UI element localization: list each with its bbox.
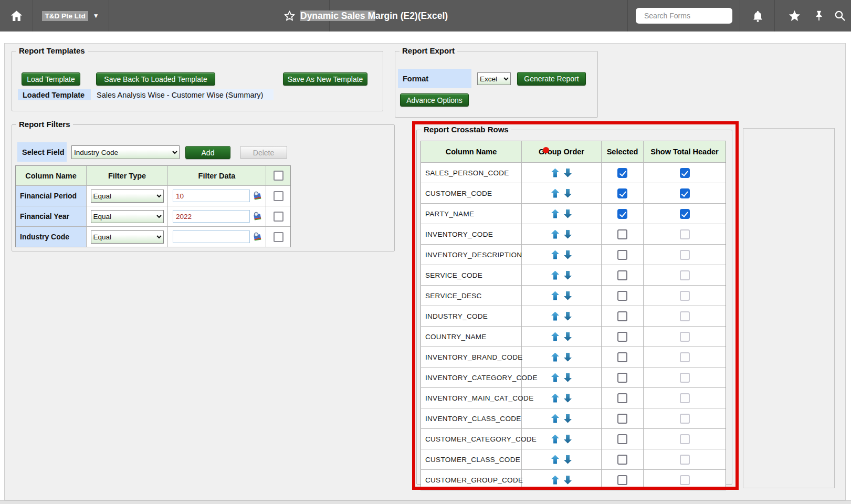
filter-type-dropdown[interactable]: Equal [91, 190, 164, 203]
show-total-header-checkbox[interactable] [680, 291, 690, 301]
lookup-icon[interactable] [252, 191, 262, 201]
show-total-header-checkbox[interactable] [680, 393, 690, 403]
favorite-star-outline-icon[interactable] [283, 10, 296, 22]
load-template-button[interactable]: Load Template [22, 72, 80, 86]
show-total-header-checkbox[interactable] [680, 475, 690, 485]
lookup-icon[interactable] [252, 211, 262, 222]
move-down-icon[interactable] [564, 250, 572, 259]
show-total-header-checkbox[interactable] [680, 373, 690, 383]
filter-data-input[interactable] [173, 210, 250, 223]
show-total-header-checkbox[interactable] [680, 229, 690, 239]
move-down-icon[interactable] [564, 209, 572, 218]
show-total-header-checkbox[interactable] [680, 332, 690, 342]
move-down-icon[interactable] [564, 189, 572, 198]
selected-checkbox[interactable] [617, 229, 627, 239]
show-total-header-checkbox[interactable] [680, 414, 690, 424]
move-up-icon[interactable] [551, 332, 559, 341]
selected-checkbox[interactable] [617, 188, 627, 198]
show-total-header-checkbox[interactable] [680, 188, 690, 198]
show-total-header-checkbox[interactable] [680, 455, 690, 465]
filter-type-dropdown[interactable]: Equal [91, 230, 164, 244]
move-down-icon[interactable] [564, 476, 572, 485]
filter-type-dropdown[interactable]: Equal [91, 210, 164, 223]
crosstab-row: INVENTORY_DESCRIPTION [421, 244, 726, 265]
move-up-icon[interactable] [551, 230, 559, 239]
report-crosstab-rows-section: Report Crosstab Rows Column Name Group O… [416, 130, 732, 485]
move-down-icon[interactable] [564, 435, 572, 444]
move-down-icon[interactable] [564, 353, 572, 362]
delete-filter-button[interactable]: Delete [240, 146, 287, 159]
save-as-new-template-button[interactable]: Save As New Template [283, 72, 367, 86]
move-down-icon[interactable] [564, 455, 572, 464]
advance-options-button[interactable]: Advance Options [400, 93, 469, 107]
move-up-icon[interactable] [551, 435, 559, 444]
move-down-icon[interactable] [564, 271, 572, 280]
company-selector[interactable]: T&D Pte Ltd ▼ [33, 0, 109, 32]
selected-checkbox[interactable] [617, 414, 627, 424]
filter-row-checkbox[interactable] [274, 212, 283, 222]
show-total-header-checkbox[interactable] [680, 270, 690, 280]
move-up-icon[interactable] [551, 209, 559, 218]
move-down-icon[interactable] [564, 291, 572, 300]
move-up-icon[interactable] [551, 271, 559, 280]
move-up-icon[interactable] [551, 455, 559, 464]
selected-checkbox[interactable] [617, 434, 627, 444]
selected-checkbox[interactable] [617, 209, 627, 219]
move-up-icon[interactable] [551, 394, 559, 403]
selected-checkbox[interactable] [617, 332, 627, 342]
selected-checkbox[interactable] [617, 311, 627, 321]
filter-row-checkbox[interactable] [274, 232, 283, 242]
global-search-button[interactable] [831, 0, 849, 32]
move-up-icon[interactable] [551, 250, 559, 259]
pin-button[interactable] [810, 0, 828, 32]
filter-data-input[interactable] [173, 190, 250, 202]
move-down-icon[interactable] [564, 169, 572, 177]
move-up-icon[interactable] [551, 476, 559, 485]
select-all-checkbox[interactable] [274, 171, 283, 181]
save-back-to-loaded-template-button[interactable]: Save Back To Loaded Template [96, 72, 215, 86]
move-up-icon[interactable] [551, 291, 559, 300]
selected-checkbox[interactable] [617, 168, 627, 178]
crosstab-selected-cell [602, 204, 644, 224]
move-down-icon[interactable] [564, 332, 572, 341]
company-name: T&D Pte Ltd [42, 11, 88, 21]
show-total-header-checkbox[interactable] [680, 250, 690, 260]
show-total-header-checkbox[interactable] [680, 434, 690, 444]
move-up-icon[interactable] [551, 312, 559, 321]
add-filter-button[interactable]: Add [185, 146, 230, 159]
move-down-icon[interactable] [564, 373, 572, 382]
search-forms-input[interactable] [643, 11, 740, 20]
format-dropdown[interactable]: Excel [477, 72, 511, 85]
notifications-button[interactable] [748, 0, 768, 32]
filter-data-cell [168, 227, 266, 247]
home-button[interactable] [0, 0, 33, 32]
move-down-icon[interactable] [564, 230, 572, 239]
move-down-icon[interactable] [564, 312, 572, 321]
move-up-icon[interactable] [551, 353, 559, 362]
show-total-header-checkbox[interactable] [680, 209, 690, 219]
selected-checkbox[interactable] [617, 455, 627, 465]
selected-checkbox[interactable] [617, 475, 627, 485]
move-up-icon[interactable] [551, 189, 559, 198]
show-total-header-checkbox[interactable] [680, 352, 690, 362]
move-down-icon[interactable] [564, 394, 572, 403]
move-up-icon[interactable] [551, 373, 559, 382]
favorites-button[interactable] [784, 0, 804, 32]
selected-checkbox[interactable] [617, 270, 627, 280]
lookup-icon[interactable] [252, 232, 262, 242]
show-total-header-checkbox[interactable] [680, 311, 690, 321]
selected-checkbox[interactable] [617, 373, 627, 383]
move-up-icon[interactable] [551, 414, 559, 423]
selected-checkbox[interactable] [617, 250, 627, 260]
generate-report-button[interactable]: Generate Report [517, 72, 586, 86]
move-up-icon[interactable] [551, 169, 559, 177]
filter-data-input[interactable] [173, 230, 250, 243]
move-down-icon[interactable] [564, 414, 572, 423]
filter-row-checkbox[interactable] [274, 191, 283, 201]
show-total-header-checkbox[interactable] [680, 168, 690, 178]
crosstab-group-order-cell [522, 306, 602, 326]
selected-checkbox[interactable] [617, 393, 627, 403]
selected-checkbox[interactable] [617, 352, 627, 362]
select-field-dropdown[interactable]: Industry Code [71, 145, 180, 159]
selected-checkbox[interactable] [617, 291, 627, 301]
